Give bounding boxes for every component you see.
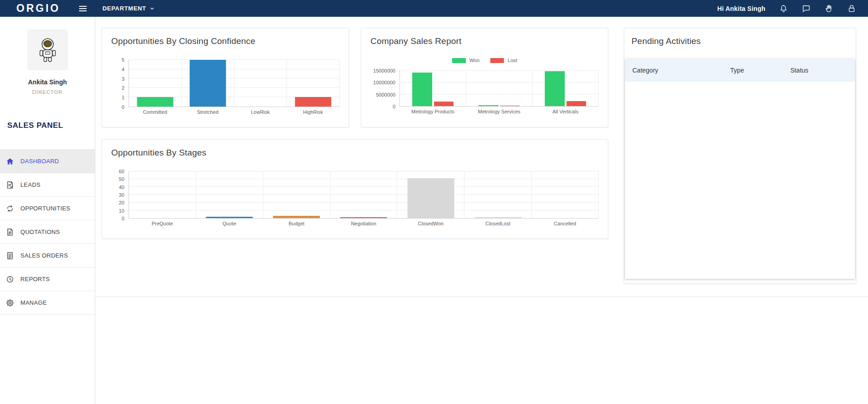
sidebar-item-leads[interactable]: LEADS [0, 173, 95, 197]
topbar-right-group: Hi Ankita Singh [717, 4, 856, 13]
top-charts-row: Opportunities By Closing Confidence 0123… [102, 28, 608, 127]
sidebar-item-opportunities[interactable]: OPPORTUNITIES [0, 197, 95, 220]
chart-bar [137, 97, 173, 107]
x-tick-label: All Verticals [552, 109, 578, 114]
bell-icon[interactable] [779, 4, 788, 13]
chart-bar [412, 73, 432, 106]
sidebar: Ankita Singh DIRECTOR SALES PANEL DASHBO… [0, 17, 95, 404]
y-tick-label: 20 [119, 200, 124, 205]
stages-card: Opportunities By Stages 0102030405060 Pr… [102, 139, 608, 239]
chart-category-ClosedLost: ClosedLost [464, 171, 532, 218]
chart-category-Metrology Products: Metrology Products [400, 71, 466, 106]
chart-category-Metrology Services: Metrology Services [466, 71, 533, 106]
chart-category-Cancelled: Cancelled [532, 171, 599, 218]
y-tick-label: 3 [122, 76, 124, 81]
chart-bar [545, 71, 565, 106]
legend-label: Won [469, 58, 479, 63]
chart-category-Budget: Budget [263, 171, 330, 218]
y-tick-label: 30 [119, 193, 124, 198]
chart-bar [273, 216, 320, 218]
x-tick-label: Quote [222, 221, 236, 226]
chart-category-ClosedWon: ClosedWon [397, 171, 464, 218]
lock-icon[interactable] [847, 4, 856, 13]
chart-category-All Verticals: All Verticals [533, 71, 599, 106]
reports-clock-icon [5, 275, 15, 284]
sidebar-item-label: REPORTS [20, 276, 50, 282]
y-tick-label: 4 [122, 67, 124, 72]
column-header-category: Category [632, 67, 730, 74]
y-tick-label: 0 [122, 105, 124, 110]
legend-item-Lost[interactable]: Lost [490, 57, 517, 63]
pending-activities-table: Category Type Status [625, 59, 855, 279]
y-tick-label: 1 [122, 95, 124, 100]
sidebar-item-label: SALES ORDERS [20, 252, 68, 259]
y-tick-label: 0 [122, 216, 124, 221]
quotation-document-icon [5, 228, 15, 237]
legend-item-Won[interactable]: Won [452, 57, 479, 63]
closing-confidence-chart: 012345 CommittedStretchedLowRiskHighRisk [111, 60, 340, 107]
chart-y-axis: 050000001000000015000000 [370, 71, 399, 107]
x-tick-label: Metrology Services [478, 109, 521, 114]
sidebar-item-label: OPPORTUNITIES [20, 205, 70, 212]
chart-bar [567, 101, 587, 106]
sidebar-item-label: DASHBOARD [20, 158, 59, 165]
y-tick-label: 60 [119, 169, 124, 174]
hand-icon[interactable] [824, 4, 833, 13]
closing-confidence-card: Opportunities By Closing Confidence 0123… [102, 28, 349, 127]
chart-category-Negotiation: Negotiation [330, 171, 398, 218]
astronaut-avatar-image [33, 35, 63, 65]
card-title: Company Sales Report [370, 36, 599, 46]
x-tick-label: Committed [143, 109, 167, 115]
chevron-down-icon [149, 6, 155, 11]
opportunities-sync-icon [5, 204, 15, 213]
department-dropdown[interactable]: DEPARTMENT [103, 5, 155, 12]
y-tick-label: 40 [119, 185, 124, 190]
x-tick-label: PreQuote [152, 221, 173, 226]
charts-column: Opportunities By Closing Confidence 0123… [102, 28, 608, 297]
column-header-status: Status [790, 67, 855, 74]
card-title: Opportunities By Closing Confidence [111, 36, 340, 46]
gear-icon [5, 298, 15, 307]
chart-category-PreQuote: PreQuote [129, 171, 196, 218]
y-tick-label: 10 [119, 208, 124, 213]
main-content: Opportunities By Closing Confidence 0123… [95, 17, 868, 297]
sidebar-menu: DASHBOARD LEADS OPPORTUNITIES QUOTATIONS… [0, 149, 95, 315]
sales-order-document-icon [5, 251, 15, 260]
panel-title: SALES PANEL [7, 121, 95, 130]
x-tick-label: HighRisk [303, 109, 323, 115]
table-header-row: Category Type Status [625, 59, 855, 82]
company-sales-chart: 050000001000000015000000 Metrology Produ… [370, 71, 599, 107]
table-body-empty [625, 82, 855, 279]
sidebar-item-quotations[interactable]: QUOTATIONS [0, 220, 95, 244]
chart-bar [206, 217, 253, 218]
sidebar-item-dashboard[interactable]: DASHBOARD [0, 150, 95, 173]
company-sales-card: Company Sales Report WonLost 05000000100… [361, 28, 608, 127]
x-tick-label: ClosedLost [485, 221, 510, 226]
y-tick-label: 10000000 [373, 80, 395, 85]
chart-bar [474, 217, 521, 218]
chart-plot: CommittedStretchedLowRiskHighRisk [128, 60, 340, 107]
chart-category-Committed: Committed [129, 60, 182, 107]
chart-bar [295, 97, 331, 107]
x-tick-label: Metrology Products [411, 109, 454, 114]
hamburger-menu-icon[interactable] [78, 5, 88, 13]
sidebar-item-reports[interactable]: REPORTS [0, 268, 95, 291]
card-title: Pending Activities [624, 36, 856, 46]
chat-icon[interactable] [802, 4, 811, 13]
sidebar-item-sales-orders[interactable]: SALES ORDERS [0, 244, 95, 268]
x-tick-label: Negotiation [351, 221, 376, 226]
topbar: ORGIO DEPARTMENT Hi Ankita Singh [0, 0, 868, 17]
card-title: Opportunities By Stages [111, 148, 599, 158]
pending-activities-card: Pending Activities Category Type Status [624, 28, 856, 284]
sidebar-item-manage[interactable]: MANAGE [0, 291, 95, 315]
chart-plot: Metrology ProductsMetrology ServicesAll … [399, 71, 599, 107]
app-shell: Ankita Singh DIRECTOR SALES PANEL DASHBO… [0, 17, 868, 404]
user-greeting: Hi Ankita Singh [717, 5, 765, 12]
x-tick-label: ClosedWon [418, 221, 444, 226]
sidebar-item-label: MANAGE [20, 299, 47, 306]
chart-bar [340, 217, 387, 218]
chart-bar [500, 106, 520, 106]
brand-logo[interactable]: ORGIO [16, 3, 60, 14]
sidebar-item-label: QUOTATIONS [20, 229, 60, 235]
sidebar-item-label: LEADS [20, 181, 40, 188]
